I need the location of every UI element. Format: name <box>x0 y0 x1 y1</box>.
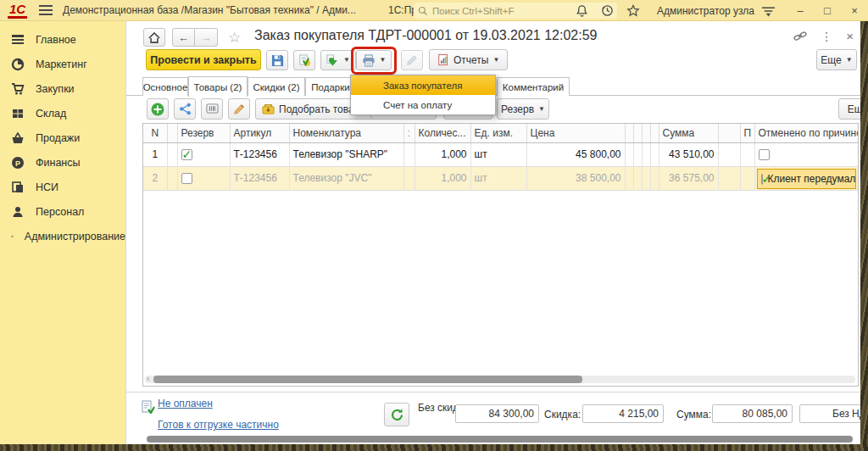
report-icon <box>437 53 449 66</box>
share-icon <box>179 103 192 115</box>
sidebar-item-finansy[interactable]: Р Финансы <box>0 150 125 175</box>
discount-label: Скидка: <box>544 409 581 420</box>
pie-icon <box>11 58 25 71</box>
back-button[interactable]: ← <box>172 28 195 47</box>
scroll-left-arrow-icon[interactable]: ‹ <box>147 374 149 383</box>
reserve-checkbox-unchecked[interactable] <box>181 173 192 184</box>
home-button[interactable] <box>143 28 165 47</box>
forward-button[interactable]: → <box>195 28 218 47</box>
svg-text:Р: Р <box>15 159 20 167</box>
add-row-button[interactable] <box>147 98 169 120</box>
cancelled-checkbox-unchecked[interactable] <box>759 149 770 160</box>
post-document-button[interactable] <box>293 50 315 70</box>
payment-status-link[interactable]: Не оплачен <box>158 398 213 409</box>
save-button[interactable] <box>266 50 288 70</box>
edit-button-disabled <box>401 50 423 70</box>
favorites-star-icon[interactable] <box>626 4 652 17</box>
more-button-table[interactable]: Еще <box>838 98 860 120</box>
sidebar-item-personal[interactable]: Персонал <box>0 199 125 224</box>
no-discount-label: Без скидки: <box>418 403 459 414</box>
cancel-reason-cell[interactable]: Клиент передумал <box>757 169 857 189</box>
grid-icon <box>11 107 25 120</box>
service-settings-icon[interactable] <box>761 5 787 17</box>
sidebar-item-sklad[interactable]: Склад <box>0 101 125 125</box>
table-header-row: N Резерв Артикул Номенклатура : Количес.… <box>143 124 858 142</box>
table-row-selected[interactable]: 2 Т-123456 Телевизор "JVC" 1,000 шт 38 5… <box>143 166 858 190</box>
annotation-highlight-box <box>351 47 397 75</box>
reserve-button[interactable]: Резерв ▼ <box>497 98 549 120</box>
main-menu-icon[interactable] <box>39 4 53 16</box>
history-icon[interactable] <box>601 4 626 17</box>
save-icon <box>271 54 284 67</box>
discount-field[interactable]: 4 215,00 <box>582 404 664 423</box>
sum-label: Сумма: <box>676 409 711 420</box>
document-window: ← → ☆ Заказ покупателя ТДРТ-000001 от 19… <box>125 21 860 444</box>
minimize-button[interactable]: – <box>787 4 814 17</box>
cancelled-checkbox-checked[interactable] <box>761 174 763 185</box>
refresh-icon <box>390 408 404 422</box>
tab-tovary[interactable]: Товары (2) <box>188 76 248 97</box>
sum-field[interactable]: 80 085,00 <box>712 404 793 423</box>
close-window-button[interactable]: × <box>841 4 868 17</box>
pencil-orange-icon <box>233 103 245 115</box>
desktop-background-bottom <box>0 444 868 451</box>
more-button-document[interactable]: Еще ▼ <box>816 49 857 70</box>
scrollbar-thumb[interactable] <box>153 376 582 383</box>
pencil-icon <box>406 54 418 66</box>
shipment-status-link[interactable]: Готов к отгрузке частично <box>158 419 279 431</box>
person-icon <box>11 205 25 219</box>
table-row[interactable]: 1 Т-123456 Телевизор "SHARP" 1,000 шт 45… <box>143 142 858 166</box>
1c-logo: 1С <box>8 2 27 19</box>
goods-table: N Резерв Артикул Номенклатура : Количес.… <box>142 123 859 387</box>
menu-item-schet-na-oplatu[interactable]: Счет на оплату <box>351 95 495 114</box>
footer-divider <box>126 392 860 393</box>
barcode-icon <box>206 103 219 115</box>
ruble-icon: Р <box>11 156 25 170</box>
cart-icon <box>11 82 25 96</box>
tab-podarki[interactable]: Подарки <box>305 77 356 96</box>
tab-skidki[interactable]: Скидки (2) <box>248 77 305 96</box>
post-and-close-button[interactable]: Провести и закрыть <box>146 49 261 70</box>
maximize-button[interactable]: □ <box>814 4 841 17</box>
share-button[interactable] <box>174 98 196 120</box>
sidebar-item-zakupki[interactable]: Закупки <box>0 76 125 101</box>
no-discount-field[interactable]: 84 300,00 <box>455 404 539 423</box>
recalculate-button[interactable] <box>384 403 409 426</box>
notifications-icon[interactable] <box>576 4 601 17</box>
page-title: Заказ покупателя ТДРТ-000001 от 19.03.20… <box>254 28 597 43</box>
current-user[interactable]: Администратор узла <box>657 5 754 17</box>
more-actions-icon[interactable]: ⋮ <box>821 30 832 43</box>
search-placeholder: Поиск Ctrl+Shift+F <box>432 6 514 16</box>
sidebar-item-glavnoe[interactable]: Главное <box>0 27 125 52</box>
window-title: Демонстрационная база /Магазин "Бытовая … <box>63 4 356 16</box>
basket-icon <box>11 131 25 145</box>
desktop-background-right <box>860 21 868 451</box>
close-document-icon[interactable]: × <box>846 29 854 43</box>
tab-kommentariy[interactable]: Комментарий <box>497 77 570 96</box>
reports-button[interactable]: Отчеты ▼ <box>429 49 508 70</box>
books-icon <box>11 181 25 194</box>
barcode-scanner-button[interactable] <box>201 98 223 120</box>
window-horizontal-scrollbar[interactable] <box>147 436 853 443</box>
plus-icon <box>151 103 164 116</box>
vat-field[interactable]: Без НДС <box>799 404 860 423</box>
reserve-checkbox-checked[interactable] <box>181 149 192 160</box>
table-horizontal-scrollbar[interactable]: ‹ <box>145 376 855 383</box>
app-titlebar: 1С Демонстрационная база /Магазин "Бытов… <box>0 0 868 21</box>
print-dropdown-menu: Заказ покупателя Счет на оплату <box>350 75 496 115</box>
tab-osnovnoe[interactable]: Основное <box>142 77 188 96</box>
search-icon <box>418 6 428 16</box>
home-icon <box>148 32 160 43</box>
menu-item-zakaz-pokupatelya[interactable]: Заказ покупателя <box>351 75 495 95</box>
sidebar-item-prodazhi[interactable]: Продажи <box>0 125 125 150</box>
sidebar-item-nsi[interactable]: НСИ <box>0 175 125 199</box>
get-link-icon[interactable] <box>793 31 807 42</box>
sidebar-item-marketing[interactable]: Маркетинг <box>0 52 125 76</box>
document-status-icon <box>142 400 155 414</box>
list-icon <box>11 33 25 47</box>
favorite-star-icon[interactable]: ☆ <box>228 29 241 47</box>
post-document-icon <box>298 54 311 67</box>
edit-row-button[interactable] <box>228 98 250 120</box>
sidebar-item-administrirovanie[interactable]: Администрирование <box>0 224 125 248</box>
pick-goods-icon <box>262 103 275 115</box>
